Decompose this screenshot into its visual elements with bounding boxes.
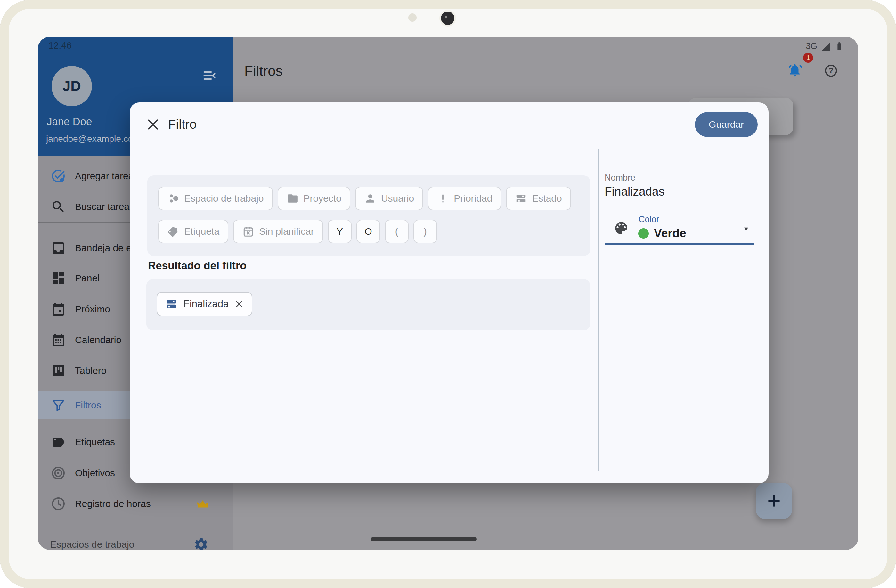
sidebar-item-label: Etiquetas: [75, 437, 115, 447]
chevron-down-icon[interactable]: [740, 223, 753, 234]
chip-status[interactable]: Estado: [506, 187, 571, 210]
status-icon: [165, 298, 178, 310]
light-sensor: [408, 14, 417, 22]
front-camera: [441, 12, 454, 25]
battery-icon: [835, 41, 844, 51]
chip-label: Y: [337, 226, 343, 237]
tablet-frame: 3G 12:46 JD Jane Doe janedoe@example.com: [0, 0, 896, 588]
sidebar-item-label: Tablero: [75, 365, 106, 376]
profile-name: Jane Doe: [47, 115, 92, 128]
chip-label: Etiqueta: [184, 226, 219, 237]
chip-operator-open-paren[interactable]: (: [385, 220, 408, 243]
result-chip-finalizada[interactable]: Finalizada: [157, 292, 252, 316]
result-chip-label: Finalizada: [183, 298, 229, 310]
chip-project[interactable]: Proyecto: [277, 187, 350, 210]
gesture-bar[interactable]: [371, 537, 477, 541]
workspace-icon: [167, 192, 179, 205]
chip-label: Usuario: [381, 193, 414, 204]
filter-funnel-icon: [50, 398, 66, 413]
name-field-value[interactable]: Finalizadas: [605, 185, 664, 199]
folder-icon: [286, 192, 299, 205]
modal-title: Filtro: [168, 117, 197, 132]
sidebar-item-label: Buscar tareas: [75, 201, 134, 212]
color-field-underline: [605, 243, 754, 245]
add-filter-fab[interactable]: [756, 483, 792, 519]
sidebar-footer-divider: [38, 525, 233, 525]
chip-label: Sin planificar: [259, 226, 314, 237]
dashboard-icon: [50, 270, 66, 286]
network-type: 3G: [806, 41, 817, 51]
inbox-icon: [50, 240, 66, 256]
notification-badge: 1: [803, 53, 813, 63]
tag-icon: [50, 435, 66, 450]
collapse-sidebar-icon[interactable]: [201, 68, 218, 83]
name-field-underline: [605, 207, 753, 207]
calendar-icon: [50, 332, 66, 348]
filter-result-box: Finalizada: [146, 279, 590, 330]
chip-label: Espacio de trabajo: [184, 193, 264, 204]
chip-workspace[interactable]: Espacio de trabajo: [158, 187, 273, 210]
sidebar-footer-workspaces[interactable]: Espacios de trabajo: [38, 530, 233, 550]
result-heading: Resultado del filtro: [148, 259, 247, 272]
palette-icon: [613, 220, 629, 236]
calendar-x-icon: [242, 225, 254, 237]
chip-operator-and[interactable]: Y: [328, 220, 352, 243]
kanban-icon: [50, 363, 66, 378]
sidebar-item-time-log[interactable]: Registro de horas: [38, 490, 233, 518]
chip-label: (: [395, 226, 398, 237]
screen: 3G 12:46 JD Jane Doe janedoe@example.com: [38, 37, 858, 550]
avatar[interactable]: JD: [52, 66, 92, 106]
svg-text:?: ?: [829, 66, 834, 75]
vertical-divider: [598, 149, 599, 471]
priority-icon: [437, 192, 449, 205]
chip-tag[interactable]: Etiqueta: [158, 220, 228, 243]
chip-label: ): [424, 226, 427, 237]
name-field-label: Nombre: [605, 173, 635, 183]
sidebar-item-label: Agregar tareas: [75, 170, 138, 181]
page-title: Filtros: [244, 63, 283, 79]
remove-chip-icon[interactable]: [235, 299, 244, 309]
filter-modal: Filtro Guardar Espacio de trabajo: [130, 102, 768, 483]
color-field-value: Verde: [654, 226, 686, 240]
chip-label: Prioridad: [454, 193, 492, 204]
chip-operator-or[interactable]: O: [357, 220, 380, 243]
chip-unplanned[interactable]: Sin planificar: [233, 220, 323, 243]
chip-label: Estado: [532, 193, 562, 204]
signal-icon: [821, 42, 830, 52]
filter-builder-box: Espacio de trabajo Proyecto Usuario: [147, 175, 590, 256]
color-select[interactable]: Verde: [638, 226, 686, 240]
sidebar-item-label: Calendario: [75, 334, 121, 345]
tag-icon: [167, 225, 179, 237]
search-icon: [50, 199, 66, 214]
target-icon: [50, 465, 66, 481]
chip-user[interactable]: Usuario: [355, 187, 423, 210]
add-task-icon: [50, 169, 66, 184]
close-icon[interactable]: [145, 117, 161, 132]
notifications-bell-icon[interactable]: [788, 63, 802, 77]
clock-time: 12:46: [48, 40, 72, 51]
sidebar-item-label: Próximo: [75, 304, 110, 315]
settings-gear-icon[interactable]: [194, 537, 209, 550]
help-icon[interactable]: ?: [824, 64, 838, 78]
event-icon: [50, 301, 66, 317]
sidebar-item-label: Objetivos: [75, 468, 115, 479]
chip-label: Proyecto: [303, 193, 341, 204]
color-swatch-green: [638, 228, 649, 239]
profile-email: janedoe@example.com: [46, 134, 140, 144]
sidebar-item-label: Registro de horas: [75, 498, 151, 509]
chip-operator-close-paren[interactable]: ): [413, 220, 437, 243]
chip-label: O: [364, 226, 372, 237]
status-icon: [515, 192, 527, 205]
plus-icon: [765, 492, 783, 510]
workspaces-label: Espacios de trabajo: [50, 539, 134, 550]
chip-priority[interactable]: Prioridad: [428, 187, 501, 210]
person-icon: [364, 192, 376, 205]
clock-icon: [50, 496, 66, 512]
save-button[interactable]: Guardar: [695, 112, 758, 137]
sidebar-item-label: Filtros: [75, 400, 101, 411]
sidebar-item-label: Panel: [75, 273, 100, 284]
premium-crown-icon: [195, 497, 210, 512]
color-field-label: Color: [638, 214, 659, 224]
